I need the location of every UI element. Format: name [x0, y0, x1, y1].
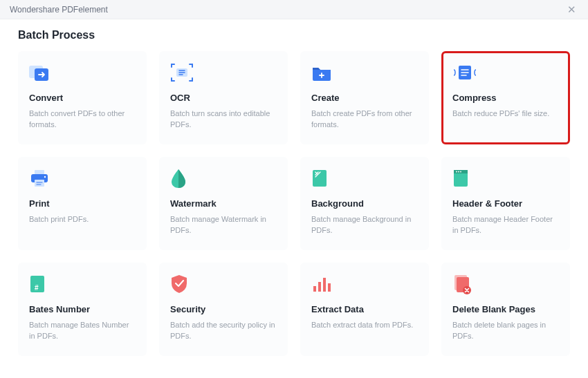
card-desc: Batch extract data from PDFs.: [311, 320, 418, 331]
card-title: Print: [29, 198, 136, 209]
close-icon[interactable]: ✕: [564, 4, 578, 15]
card-desc: Batch manage Bates Number in PDFs.: [29, 320, 136, 342]
card-compress[interactable]: Compress Batch reduce PDFs' file size.: [441, 51, 570, 144]
delete-blank-pages-icon: [452, 274, 559, 294]
card-desc: Batch manage Background in PDFs.: [311, 214, 418, 236]
card-title: Security: [170, 304, 277, 314]
card-title: OCR: [170, 93, 277, 103]
card-background[interactable]: Background Batch manage Background in PD…: [300, 157, 429, 250]
svg-rect-6: [35, 180, 44, 187]
card-title: Delete Blank Pages: [452, 304, 559, 314]
card-desc: Batch reduce PDFs' file size.: [452, 108, 559, 120]
content-area: Batch Process Convert Batch convert PDFs…: [0, 19, 588, 356]
card-desc: Batch create PDFs from other formats.: [311, 108, 418, 131]
card-grid: Convert Batch convert PDFs to other form…: [18, 51, 570, 356]
card-desc: Batch turn scans into editable PDFs.: [170, 108, 277, 131]
background-icon: [311, 168, 418, 189]
titlebar: Wondershare PDFelement ✕: [0, 0, 588, 19]
svg-rect-16: [313, 286, 316, 292]
card-title: Create: [311, 93, 418, 103]
ocr-icon: [170, 62, 277, 83]
card-desc: Batch manage Watermark in PDFs.: [170, 214, 277, 236]
app-title: Wondershare PDFelement: [10, 5, 108, 15]
card-desc: Batch convert PDFs to other formats.: [29, 108, 136, 131]
header-footer-icon: [452, 168, 559, 189]
card-title: Background: [311, 198, 418, 209]
card-extract-data[interactable]: Extract Data Batch extract data from PDF…: [300, 263, 429, 356]
card-ocr[interactable]: OCR Batch turn scans into editable PDFs.: [159, 51, 288, 144]
card-watermark[interactable]: Watermark Batch manage Watermark in PDFs…: [159, 157, 288, 250]
card-title: Header & Footer: [452, 198, 559, 209]
svg-rect-19: [328, 283, 331, 292]
page-title: Batch Process: [18, 29, 570, 41]
card-desc: Batch add the security policy in PDFs.: [170, 320, 277, 342]
card-title: Convert: [29, 93, 136, 103]
svg-point-13: [460, 171, 461, 173]
svg-text:#: #: [35, 284, 39, 292]
svg-point-7: [44, 176, 46, 178]
card-desc: Batch print PDFs.: [29, 214, 136, 225]
card-desc: Batch delete blank pages in PDFs.: [452, 320, 559, 342]
card-create[interactable]: Create Batch create PDFs from other form…: [300, 51, 429, 144]
svg-rect-17: [318, 282, 321, 292]
card-header-footer[interactable]: Header & Footer Batch manage Header Foot…: [441, 157, 570, 250]
card-security[interactable]: Security Batch add the security policy i…: [159, 263, 288, 356]
card-convert[interactable]: Convert Batch convert PDFs to other form…: [18, 51, 147, 144]
bates-number-icon: #: [29, 274, 136, 294]
svg-rect-18: [323, 278, 326, 292]
svg-rect-4: [35, 170, 44, 174]
card-title: Watermark: [170, 198, 277, 209]
watermark-icon: [170, 168, 277, 189]
compress-icon: [452, 62, 559, 83]
card-print[interactable]: Print Batch print PDFs.: [18, 157, 147, 250]
extract-data-icon: [311, 274, 418, 294]
card-bates-number[interactable]: # Bates Number Batch manage Bates Number…: [18, 263, 147, 356]
convert-icon: [29, 62, 136, 83]
card-title: Bates Number: [29, 304, 136, 314]
svg-point-12: [458, 171, 459, 173]
create-icon: [311, 62, 418, 83]
card-delete-blank-pages[interactable]: Delete Blank Pages Batch delete blank pa…: [441, 263, 570, 356]
card-title: Compress: [452, 93, 559, 103]
card-desc: Batch manage Header Footer in PDFs.: [452, 214, 559, 236]
svg-point-11: [456, 171, 457, 173]
card-title: Extract Data: [311, 304, 418, 314]
security-icon: [170, 274, 277, 294]
print-icon: [29, 168, 136, 189]
